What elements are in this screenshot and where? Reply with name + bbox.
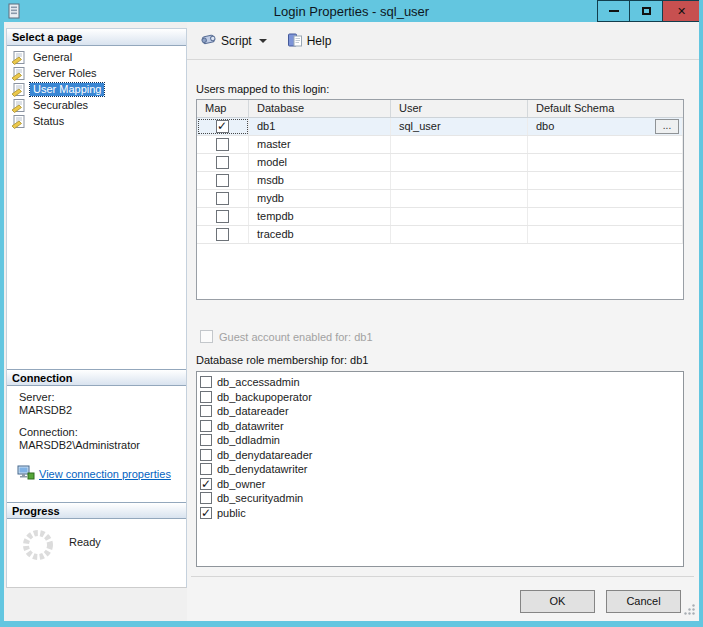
role-item-db-denydatareader[interactable]: db_denydatareader bbox=[200, 448, 683, 463]
table-row-mydb[interactable]: mydb bbox=[197, 190, 683, 208]
title-bar: Login Properties - sql_user bbox=[0, 0, 703, 22]
database-cell[interactable]: mydb bbox=[249, 190, 391, 207]
minimize-button[interactable] bbox=[597, 0, 630, 22]
default-schema-cell[interactable] bbox=[528, 172, 683, 189]
ok-button[interactable]: OK bbox=[520, 590, 595, 613]
table-row-tracedb[interactable]: tracedb bbox=[197, 226, 683, 244]
resize-grip[interactable] bbox=[683, 603, 696, 618]
guest-account-label: Guest account enabled for: db1 bbox=[219, 331, 373, 343]
role-item-db-backupoperator[interactable]: db_backupoperator bbox=[200, 390, 683, 405]
role-item-db-securityadmin[interactable]: db_securityadmin bbox=[200, 491, 683, 506]
role-item-db-accessadmin[interactable]: db_accessadmin bbox=[200, 375, 683, 390]
role-item-db-datareader[interactable]: db_datareader bbox=[200, 404, 683, 419]
database-cell[interactable]: tempdb bbox=[249, 208, 391, 225]
toolbar: Script Help bbox=[187, 22, 699, 60]
database-cell[interactable]: model bbox=[249, 154, 391, 171]
user-cell[interactable] bbox=[391, 136, 528, 153]
map-checkbox[interactable] bbox=[216, 228, 229, 241]
close-button[interactable] bbox=[663, 0, 701, 22]
page-icon bbox=[11, 51, 27, 65]
progress-section: Ready bbox=[7, 520, 186, 564]
user-cell[interactable] bbox=[391, 154, 528, 171]
map-checkbox[interactable] bbox=[216, 138, 229, 151]
database-cell[interactable]: tracedb bbox=[249, 226, 391, 243]
user-cell[interactable] bbox=[391, 226, 528, 243]
page-icon bbox=[11, 115, 27, 129]
view-connection-properties-link[interactable]: View connection properties bbox=[39, 468, 171, 481]
select-a-page-header: Select a page bbox=[7, 29, 186, 46]
connection-properties-icon bbox=[17, 465, 35, 483]
map-checkbox[interactable] bbox=[216, 210, 229, 223]
column-header-default-schema: Default Schema bbox=[528, 100, 683, 117]
role-checkbox[interactable] bbox=[200, 405, 212, 417]
table-row-model[interactable]: model bbox=[197, 154, 683, 172]
default-schema-cell[interactable] bbox=[528, 136, 683, 153]
user-mapping-page: Users mapped to this login: Map Database… bbox=[187, 60, 699, 621]
role-checkbox[interactable] bbox=[200, 376, 212, 388]
default-schema-cell[interactable] bbox=[528, 208, 683, 225]
database-cell[interactable]: db1 bbox=[249, 118, 391, 135]
help-icon bbox=[287, 32, 303, 50]
sidebar-item-securables[interactable]: Securables bbox=[11, 98, 186, 113]
role-item-db-owner[interactable]: db_owner bbox=[200, 477, 683, 492]
column-header-database: Database bbox=[249, 100, 391, 117]
role-checkbox[interactable] bbox=[200, 420, 212, 432]
sidebar-item-user-mapping[interactable]: User Mapping bbox=[11, 82, 186, 97]
user-cell[interactable] bbox=[391, 208, 528, 225]
minimize-icon bbox=[609, 10, 619, 12]
role-membership-label: Database role membership for: db1 bbox=[196, 354, 368, 366]
map-checkbox[interactable] bbox=[216, 174, 229, 187]
table-row-db1[interactable]: db1 sql_user dbo ... bbox=[197, 118, 683, 136]
browse-schema-button[interactable]: ... bbox=[655, 119, 679, 134]
login-properties-window: Login Properties - sql_user Select a pag… bbox=[0, 0, 703, 627]
role-checkbox[interactable] bbox=[200, 478, 212, 490]
sidebar-item-general[interactable]: General bbox=[11, 50, 186, 65]
role-item-db-ddladmin[interactable]: db_ddladmin bbox=[200, 433, 683, 448]
sidebar-item-server-roles[interactable]: Server Roles bbox=[11, 66, 186, 81]
default-schema-cell[interactable] bbox=[528, 154, 683, 171]
role-item-db-datawriter[interactable]: db_datawriter bbox=[200, 419, 683, 434]
table-row-master[interactable]: master bbox=[197, 136, 683, 154]
role-membership-list: db_accessadmin db_backupoperator db_data… bbox=[196, 371, 684, 567]
role-item-public[interactable]: public bbox=[200, 506, 683, 521]
progress-header: Progress bbox=[7, 502, 186, 519]
table-row-msdb[interactable]: msdb bbox=[197, 172, 683, 190]
role-checkbox[interactable] bbox=[200, 434, 212, 446]
role-checkbox[interactable] bbox=[200, 492, 212, 504]
database-cell[interactable]: master bbox=[249, 136, 391, 153]
script-button[interactable]: Script bbox=[195, 28, 272, 54]
user-cell[interactable] bbox=[391, 172, 528, 189]
database-cell[interactable]: msdb bbox=[249, 172, 391, 189]
role-checkbox[interactable] bbox=[200, 449, 212, 461]
user-cell[interactable] bbox=[391, 190, 528, 207]
users-mapped-label: Users mapped to this login: bbox=[196, 83, 329, 95]
cancel-button[interactable]: Cancel bbox=[606, 590, 681, 613]
map-checkbox[interactable] bbox=[216, 192, 229, 205]
map-checkbox[interactable] bbox=[216, 120, 229, 133]
server-value: MARSDB2 bbox=[19, 404, 186, 417]
connection-section: Server: MARSDB2 Connection: MARSDB2\Admi… bbox=[7, 387, 186, 483]
role-checkbox[interactable] bbox=[200, 507, 212, 519]
map-checkbox[interactable] bbox=[216, 156, 229, 169]
progress-status: Ready bbox=[69, 536, 101, 548]
default-schema-cell[interactable]: dbo ... bbox=[528, 118, 683, 135]
role-checkbox[interactable] bbox=[200, 463, 212, 475]
table-row-tempdb[interactable]: tempdb bbox=[197, 208, 683, 226]
maximize-button[interactable] bbox=[630, 0, 663, 22]
sidebar-item-status[interactable]: Status bbox=[11, 114, 186, 129]
page-icon bbox=[11, 99, 27, 113]
default-schema-cell[interactable] bbox=[528, 226, 683, 243]
help-button[interactable]: Help bbox=[282, 28, 337, 54]
role-checkbox[interactable] bbox=[200, 391, 212, 403]
page-list: General Server Roles User Mapping bbox=[7, 46, 186, 129]
script-dropdown-arrow-icon bbox=[259, 39, 267, 43]
default-schema-cell[interactable] bbox=[528, 190, 683, 207]
role-item-db-denydatawriter[interactable]: db_denydatawriter bbox=[200, 462, 683, 477]
column-header-map: Map bbox=[197, 100, 249, 117]
main-panel: Script Help Users mapped to bbox=[187, 22, 699, 621]
user-cell[interactable]: sql_user bbox=[391, 118, 528, 135]
sidebar: Select a page General Server Roles bbox=[6, 28, 187, 588]
table-header: Map Database User Default Schema bbox=[197, 100, 683, 118]
page-icon bbox=[11, 67, 27, 81]
window-controls bbox=[597, 0, 701, 22]
